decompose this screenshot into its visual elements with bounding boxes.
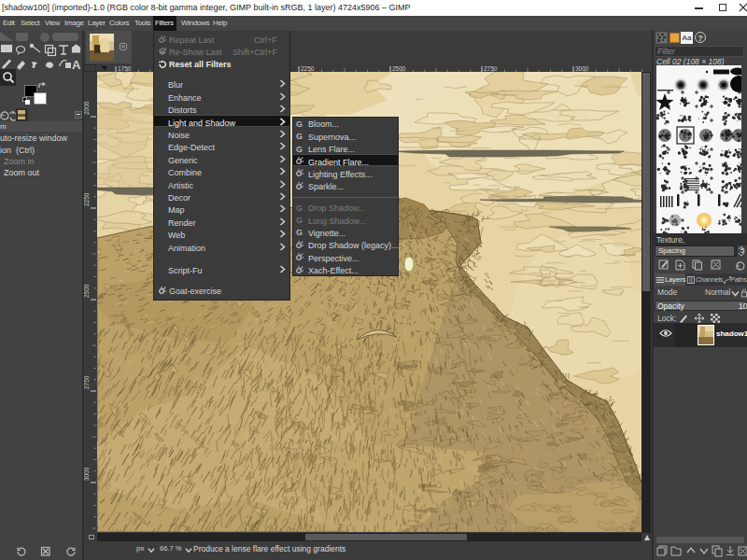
svg-text:3000: 3000 — [575, 65, 589, 72]
svg-text:2750: 2750 — [84, 375, 90, 389]
svg-text:2250: 2250 — [84, 192, 90, 206]
svg-text:3000: 3000 — [84, 467, 90, 481]
svg-text:2500: 2500 — [84, 284, 90, 298]
svg-text:2750: 2750 — [484, 65, 498, 72]
svg-text:2250: 2250 — [301, 65, 315, 72]
svg-text:2000: 2000 — [84, 101, 90, 115]
svg-text:2500: 2500 — [392, 65, 406, 72]
svg-text:1750: 1750 — [118, 65, 132, 72]
